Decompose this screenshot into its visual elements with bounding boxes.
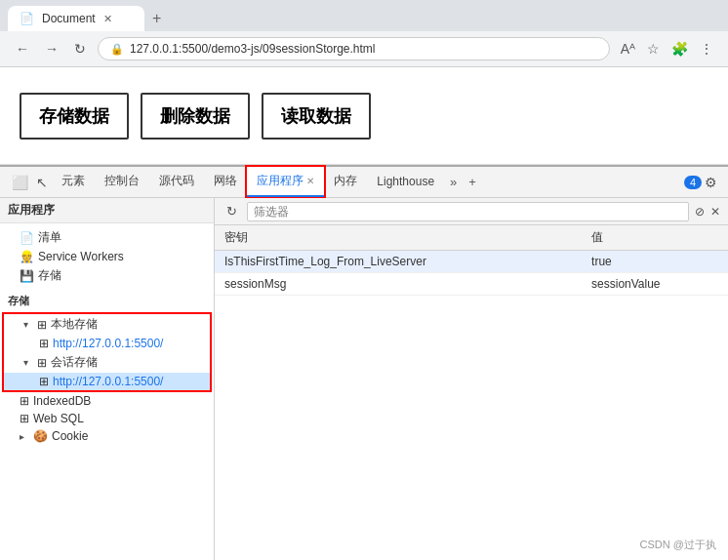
websql-icon: ⊞ — [20, 412, 29, 425]
refresh-session-button[interactable]: ↻ — [222, 202, 241, 220]
table-row[interactable]: sessionMsgsessionValue — [215, 273, 728, 296]
session-storage-arrow: ▾ — [23, 357, 33, 368]
url-field[interactable]: 🔒 127.0.0.1:5500/demo3-js/09sessionStorg… — [98, 37, 610, 60]
tab-memory-label: 内存 — [334, 174, 357, 187]
devtools-settings-button[interactable]: ⚙ — [702, 172, 720, 193]
tree-item-local-storage[interactable]: ▾ ⊞ 本地存储 — [4, 314, 210, 335]
cookie-label: Cookie — [52, 429, 88, 443]
service-workers-icon: 👷 — [20, 250, 34, 263]
manifest-label: 清单 — [38, 229, 61, 246]
storage-tree-box: ▾ ⊞ 本地存储 ⊞ http://127.0.0.1:5500/ ▾ ⊞ 会话… — [4, 314, 210, 390]
storage-top-label: 存储 — [38, 267, 61, 284]
tab-application-close[interactable]: ✕ — [306, 176, 314, 186]
local-storage-icon: ⊞ — [37, 318, 47, 332]
left-panel-title: 应用程序 — [0, 198, 214, 223]
service-workers-label: Service Workers — [38, 250, 124, 263]
back-button[interactable]: ← — [12, 37, 33, 60]
store-data-button[interactable]: 存储数据 — [20, 93, 129, 140]
tab-close-button[interactable]: ✕ — [103, 13, 112, 25]
right-panel: ↻ ⊘ ✕ 密钥 值 IsThisFirstTime_Log_From_Live… — [215, 198, 728, 560]
tree-item-local-storage-url[interactable]: ⊞ http://127.0.0.1:5500/ — [4, 335, 210, 352]
manifest-icon: 📄 — [20, 231, 34, 245]
address-bar: ← → ↻ 🔒 127.0.0.1:5500/demo3-js/09sessio… — [0, 31, 728, 66]
tree-item-storage-top[interactable]: 💾 存储 — [0, 265, 214, 286]
tree-item-cookie[interactable]: ▸ 🍪 Cookie — [0, 427, 214, 445]
forward-button[interactable]: → — [41, 37, 62, 60]
column-key: 密钥 — [215, 225, 582, 251]
devtools-add-tab-button[interactable]: + — [463, 171, 482, 193]
tree-item-session-storage[interactable]: ▾ ⊞ 会话存储 — [4, 352, 210, 373]
read-data-button[interactable]: 读取数据 — [262, 93, 371, 140]
browser-tab[interactable]: 📄 Document ✕ — [8, 6, 144, 31]
devtools-inspect-icon[interactable]: ⬜ — [8, 175, 32, 190]
tree-item-websql[interactable]: ⊞ Web SQL — [0, 410, 214, 427]
devtools-more-button[interactable]: » — [444, 171, 463, 193]
devtools-badge: 4 — [684, 176, 702, 189]
tab-elements[interactable]: 元素 — [52, 167, 95, 197]
storage-top-icon: 💾 — [20, 269, 34, 283]
devtools-body: 应用程序 📄 清单 👷 Service Workers 💾 存储 存储 — [0, 198, 728, 560]
tree-item-session-storage-url[interactable]: ⊞ http://127.0.0.1:5500/ — [4, 373, 210, 390]
tree-item-manifest[interactable]: 📄 清单 — [0, 227, 214, 248]
tab-console[interactable]: 控制台 — [95, 167, 149, 197]
filter-input[interactable] — [247, 202, 689, 221]
local-storage-label: 本地存储 — [51, 316, 98, 333]
tab-application[interactable]: 应用程序 ✕ — [247, 167, 324, 197]
tree-item-indexeddb[interactable]: ⊞ IndexedDB — [0, 392, 214, 410]
storage-section-label: 存储 — [0, 290, 214, 312]
local-storage-arrow: ▾ — [23, 319, 33, 330]
table-header-row: 密钥 值 — [215, 225, 728, 251]
watermark: CSDN @过于执 — [640, 538, 716, 552]
table-row[interactable]: IsThisFirstTime_Log_From_LiveServertrue — [215, 251, 728, 273]
cookie-arrow: ▸ — [20, 431, 29, 442]
column-value: 值 — [582, 225, 728, 251]
tab-lighthouse[interactable]: Lighthouse — [367, 169, 444, 196]
session-data-table: 密钥 值 IsThisFirstTime_Log_From_LiveServer… — [215, 225, 728, 560]
left-panel: 应用程序 📄 清单 👷 Service Workers 💾 存储 存储 — [0, 198, 215, 560]
local-storage-url-icon: ⊞ — [39, 337, 49, 350]
tab-document-icon: 📄 — [20, 12, 34, 25]
indexeddb-label: IndexedDB — [33, 394, 91, 408]
url-text: 127.0.0.1:5500/demo3-js/09sessionStorge.… — [130, 42, 376, 56]
session-storage-url-icon: ⊞ — [39, 375, 49, 388]
devtools-tab-bar: ⬜ ↖ 元素 控制台 源代码 网络 应用程序 ✕ 内存 Lighthouse »… — [0, 167, 728, 198]
tab-network[interactable]: 网络 — [204, 167, 247, 197]
tab-console-label: 控制台 — [104, 174, 140, 187]
tab-application-label: 应用程序 — [257, 174, 303, 187]
tab-sources-label: 源代码 — [159, 174, 194, 187]
cell-key: IsThisFirstTime_Log_From_LiveServer — [215, 251, 582, 273]
local-storage-url-label: http://127.0.0.1:5500/ — [53, 337, 163, 350]
cell-value: sessionValue — [582, 273, 728, 296]
browser-chrome: 📄 Document ✕ + ← → ↻ 🔒 127.0.0.1:5500/de… — [0, 0, 728, 67]
settings-icon[interactable]: ⋮ — [697, 38, 716, 60]
session-storage-url-label: http://127.0.0.1:5500/ — [53, 375, 163, 388]
session-storage-icon: ⊞ — [37, 356, 47, 370]
websql-label: Web SQL — [33, 412, 84, 425]
tab-sources[interactable]: 源代码 — [149, 167, 204, 197]
tab-bar: 📄 Document ✕ + — [0, 0, 728, 31]
right-toolbar: ↻ ⊘ ✕ — [215, 198, 728, 225]
devtools-panel: ⬜ ↖ 元素 控制台 源代码 网络 应用程序 ✕ 内存 Lighthouse »… — [0, 165, 728, 560]
cell-key: sessionMsg — [215, 273, 582, 296]
star-icon[interactable]: ☆ — [644, 38, 663, 60]
indexeddb-icon: ⊞ — [20, 394, 29, 408]
tab-lighthouse-label: Lighthouse — [377, 175, 434, 188]
cell-value: true — [582, 251, 728, 273]
tab-network-label: 网络 — [214, 174, 237, 187]
font-icon[interactable]: Aᴬ — [618, 38, 638, 60]
refresh-button[interactable]: ↻ — [70, 37, 90, 60]
new-tab-button[interactable]: + — [144, 6, 169, 31]
browser-toolbar-icons: Aᴬ ☆ 🧩 ⋮ — [618, 38, 716, 60]
delete-data-button[interactable]: 删除数据 — [141, 93, 250, 140]
extension-icon[interactable]: 🧩 — [668, 38, 691, 60]
tab-elements-label: 元素 — [61, 174, 85, 187]
devtools-cursor-icon[interactable]: ↖ — [32, 175, 52, 190]
filter-delete-button[interactable]: ✕ — [710, 205, 720, 219]
tree-item-service-workers[interactable]: 👷 Service Workers — [0, 248, 214, 265]
tab-memory[interactable]: 内存 — [324, 167, 367, 197]
session-storage-label: 会话存储 — [51, 354, 98, 371]
page-content: 存储数据 删除数据 读取数据 — [0, 67, 728, 165]
tree-section-top: 📄 清单 👷 Service Workers 💾 存储 — [0, 223, 214, 290]
filter-clear-button[interactable]: ⊘ — [695, 205, 705, 219]
cookie-icon: 🍪 — [33, 429, 48, 443]
